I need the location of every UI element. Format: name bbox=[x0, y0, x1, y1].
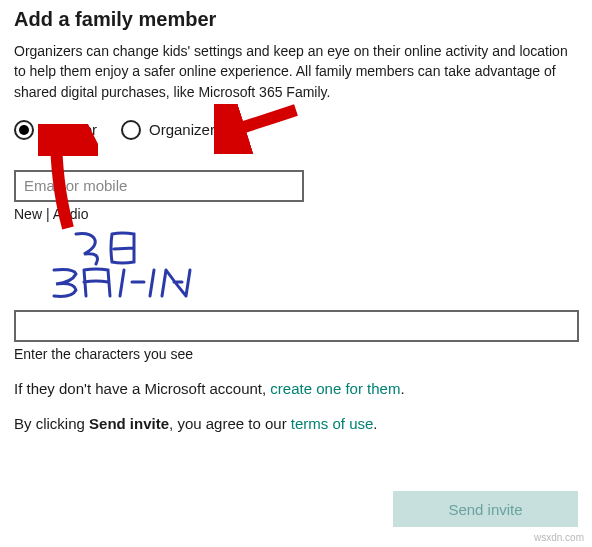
role-option-member[interactable]: Member bbox=[14, 120, 97, 140]
captcha-label: Enter the characters you see bbox=[14, 346, 578, 362]
text: , you agree to our bbox=[169, 415, 291, 432]
radio-icon bbox=[121, 120, 141, 140]
captcha-input[interactable] bbox=[14, 310, 579, 342]
captcha-controls: New | Audio bbox=[14, 206, 578, 222]
radio-icon bbox=[14, 120, 34, 140]
text-bold: Send invite bbox=[89, 415, 169, 432]
terms-line: By clicking Send invite, you agree to ou… bbox=[14, 415, 578, 432]
role-option-organizer[interactable]: Organizer bbox=[121, 120, 215, 140]
separator: | bbox=[42, 206, 53, 222]
captcha-audio-link[interactable]: Audio bbox=[53, 206, 89, 222]
send-invite-button[interactable]: Send invite bbox=[393, 491, 578, 527]
page-title: Add a family member bbox=[14, 8, 578, 31]
text: If they don't have a Microsoft account, bbox=[14, 380, 270, 397]
role-radiogroup: Member Organizer bbox=[14, 120, 578, 140]
watermark: wsxdn.com bbox=[534, 532, 584, 543]
text: . bbox=[400, 380, 404, 397]
text: By clicking bbox=[14, 415, 89, 432]
create-account-link[interactable]: create one for them bbox=[270, 380, 400, 397]
role-label: Member bbox=[42, 121, 97, 138]
text: . bbox=[373, 415, 377, 432]
page-description: Organizers can change kids' settings and… bbox=[14, 41, 574, 102]
captcha-image bbox=[14, 224, 214, 304]
email-field[interactable] bbox=[14, 170, 304, 202]
role-label: Organizer bbox=[149, 121, 215, 138]
no-account-line: If they don't have a Microsoft account, … bbox=[14, 380, 578, 397]
terms-link[interactable]: terms of use bbox=[291, 415, 374, 432]
captcha-new-link[interactable]: New bbox=[14, 206, 42, 222]
radio-selected-icon bbox=[19, 125, 29, 135]
